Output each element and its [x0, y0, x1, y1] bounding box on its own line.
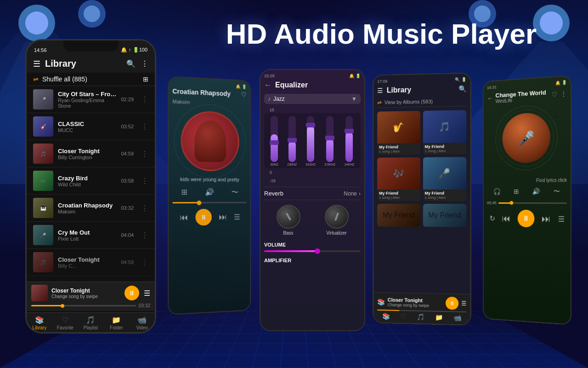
np-pause-btn[interactable]: ⏸ — [517, 210, 534, 227]
progress-bar[interactable] — [31, 305, 136, 306]
eq-bar-2[interactable]: 230HZ — [287, 116, 297, 166]
song-title: Croatian Rhapsody — [58, 202, 116, 209]
progress-container: 03:32 — [31, 303, 150, 308]
song-title: Closer Tonight — [58, 256, 116, 263]
volume-section: VOLUME — [264, 240, 361, 252]
lib2-nav-vid[interactable]: 📹 — [453, 314, 461, 322]
np-next-icon[interactable]: ⏭ — [542, 213, 551, 224]
volume-icon[interactable]: 🔊 — [205, 188, 214, 197]
croatian-phone: 🔔 🔋 Croatian Rhapsody ♡ Maksim kids were… — [168, 76, 251, 315]
np-back-icon[interactable]: ← — [487, 95, 493, 102]
eq-bar-4[interactable]: 3.5KHZ — [324, 116, 335, 166]
queue-icon[interactable]: ☰ — [234, 213, 240, 221]
eq-status-icons: 🔔 🔋 — [349, 74, 361, 78]
lib2-pause-btn[interactable]: ⏸ — [446, 297, 458, 310]
bass-knob[interactable]: Bass — [277, 205, 300, 236]
nav-playlist[interactable]: 🎵 Playlist — [78, 316, 104, 330]
volume-slider[interactable] — [264, 250, 361, 252]
np-volume2-icon[interactable]: 🔊 — [532, 188, 540, 196]
song-item[interactable]: 🎵 Closer Tonight Billy C... 04:59 ⋮ — [27, 249, 155, 276]
np-repeat-icon[interactable]: ↻ — [489, 214, 495, 223]
album-item[interactable]: 🎷 My Friend 1 song | Alex — [377, 111, 420, 155]
song-item[interactable]: 🎤 Cry Me Out Pixie Lott 04:04 ⋮ — [27, 222, 155, 249]
heart-icon[interactable]: ♡ — [241, 91, 247, 98]
eq-bar-1[interactable]: 60HZ — [271, 116, 278, 166]
song-more-icon[interactable]: ⋮ — [141, 258, 148, 267]
song-artist: MUCC — [58, 127, 116, 133]
album-item[interactable]: 🎶 My Friend 1 song | Alex — [377, 157, 420, 201]
song-more-icon[interactable]: ⋮ — [141, 231, 148, 240]
croatian-song-title: Croatian Rhapsody — [172, 87, 231, 98]
eq-bar-5[interactable]: 14KHZ — [344, 116, 354, 166]
page-title: HD Audio Music Player — [198, 18, 565, 50]
np-heart-icon[interactable]: ♡ — [552, 91, 558, 98]
library-header-icons: 🔍 ⋮ — [126, 59, 148, 68]
lib2-search-icon[interactable]: 🔍 — [458, 85, 466, 92]
eq-status-time: 15:29 — [264, 74, 275, 78]
pause-btn[interactable]: ⏸ — [195, 209, 211, 225]
lib2-playing-icon: 📚 — [377, 298, 385, 305]
bottom-nav: 📚 Library ♡ Favorite 🎵 Playlist 📁 Folder… — [27, 312, 155, 332]
song-artist: Billy Currington — [58, 155, 116, 160]
nav-favorite[interactable]: ♡ Favorite — [52, 316, 78, 330]
song-more-icon[interactable]: ⋮ — [141, 95, 148, 104]
lib2-menu-icon[interactable]: ☰ — [377, 87, 383, 94]
song-item[interactable]: 🎹 Croatian Rhapsody Maksim 03:32 ⋮ — [27, 195, 155, 222]
next-icon[interactable]: ⏭ — [219, 212, 226, 222]
song-more-icon[interactable]: ⋮ — [141, 204, 148, 213]
eq-icon[interactable]: ⊞ — [181, 188, 187, 197]
phone-notch — [63, 40, 119, 52]
lib2-nav-fav[interactable]: ♡ — [401, 313, 407, 320]
np-wave-icon[interactable]: 〜 — [554, 187, 560, 196]
favorite-nav-label: Favorite — [57, 325, 74, 330]
lib2-queue-icon[interactable]: ☰ — [461, 300, 466, 307]
queue-icon[interactable]: ☰ — [144, 289, 150, 298]
np-prev-icon[interactable]: ⏮ — [502, 213, 510, 224]
lib2-nav-pl[interactable]: 🎵 — [417, 313, 424, 321]
library-nav-label: Library — [33, 325, 47, 330]
album-item-partial[interactable]: My Friend — [423, 204, 466, 227]
search-icon[interactable]: 🔍 — [126, 59, 136, 68]
song-info: Closer Tonight Billy Currington — [58, 148, 116, 160]
lib2-nav-fold[interactable]: 📁 — [435, 314, 443, 321]
view-label: View by Albums (583) — [384, 99, 433, 105]
eq-bar-3[interactable]: 910HZ — [306, 116, 316, 166]
prev-icon[interactable]: ⏮ — [180, 213, 188, 222]
pause-button[interactable]: ⏸ — [124, 286, 139, 300]
nav-library[interactable]: 📚 Library — [27, 316, 52, 330]
song-item[interactable]: 🎵 Closer Tonight Billy Currington 04:59 … — [27, 140, 155, 167]
nav-video[interactable]: 📹 Video — [129, 316, 155, 330]
np-queue2-icon[interactable]: ☰ — [558, 214, 564, 224]
virtualizer-knob[interactable]: Virtualizer — [325, 205, 349, 236]
chevron-down-icon[interactable]: ▼ — [351, 96, 357, 102]
chevron-right-icon: › — [359, 190, 361, 197]
album-item[interactable]: 🎤 My Friend 1 song | Alex — [423, 157, 466, 201]
song-item[interactable]: 🎶 Crazy Bird Wild Child 03:58 ⋮ — [27, 167, 155, 195]
song-more-icon[interactable]: ⋮ — [141, 177, 148, 185]
reverb-selector[interactable]: None › — [344, 190, 361, 197]
shuffle-row[interactable]: ⇌ Shuffle all (885) ⊞ — [27, 73, 155, 86]
more-icon[interactable]: ⋮ — [141, 59, 148, 68]
menu-icon[interactable]: ☰ — [33, 59, 40, 69]
filter-icon[interactable]: ⊞ — [143, 75, 148, 83]
album-item[interactable]: 🎵 My Friend 1 song | Alex — [423, 110, 466, 155]
np-eq2-icon[interactable]: ⊞ — [514, 188, 519, 196]
lib2-nav-lib[interactable]: 📚 — [382, 312, 390, 320]
song-item[interactable]: 🎸 CLASSIC MUCC 03:52 ⋮ — [27, 113, 155, 140]
virtualizer-label: Virtualizer — [326, 230, 346, 236]
song-more-icon[interactable]: ⋮ — [141, 122, 148, 131]
nav-folder[interactable]: 📁 Folder — [103, 316, 129, 330]
wave-icon[interactable]: 〜 — [231, 188, 238, 197]
song-item[interactable]: 🎤 City Of Stars – From "La Ryan Gosling/… — [27, 86, 155, 113]
back-icon[interactable]: ← — [264, 81, 271, 89]
np-headphone-icon[interactable]: 🎧 — [493, 188, 501, 196]
find-lyrics-text[interactable]: Find lyrics click — [536, 178, 567, 183]
folder-nav-icon: 📁 — [112, 316, 121, 324]
now-playing-title: Closer Tonight — [51, 288, 121, 294]
now-playing-subtitle: Change song by swipe — [51, 294, 121, 299]
playlist-nav-label: Playlist — [84, 325, 98, 330]
np-seek-bar[interactable] — [498, 202, 567, 203]
np-more-icon[interactable]: ⋮ — [560, 90, 567, 98]
song-more-icon[interactable]: ⋮ — [141, 150, 148, 158]
album-item-partial[interactable]: My Friend — [377, 204, 420, 227]
